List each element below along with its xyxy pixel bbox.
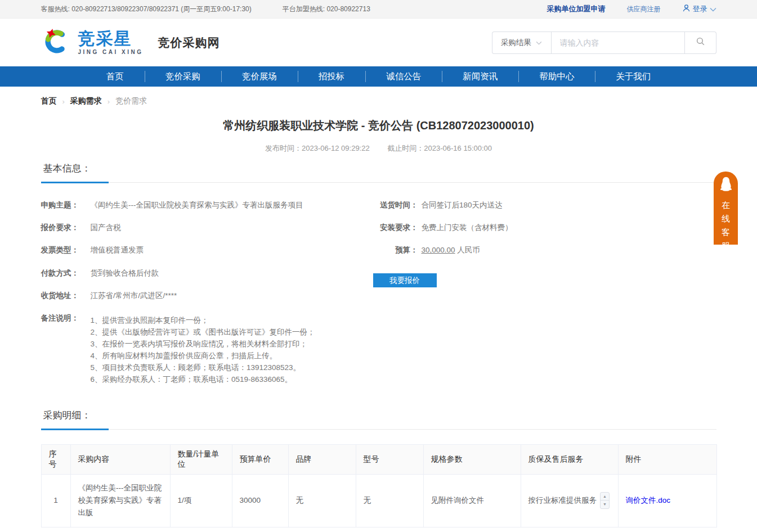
breadcrumb: 首页 › 采购需求 › 竞价需求 bbox=[41, 96, 716, 106]
field-label: 预算： bbox=[373, 246, 418, 254]
table-row: 1 《闳约生美---全国职业院校美育探索与实践》专著出版 1/项 30000 无… bbox=[41, 474, 716, 527]
top-bar: 客服热线: 020-80922713/80922307/80922371 (周一… bbox=[0, 0, 757, 19]
notice-dates: 发布时间：2023-06-12 09:29:22 截止时间：2023-06-16… bbox=[41, 143, 716, 154]
chevron-down-icon bbox=[710, 5, 716, 13]
field-invoice-type: 发票类型： 增值税普通发票 bbox=[41, 246, 373, 254]
logo-cn-text: 竞采星 bbox=[78, 30, 144, 47]
chevron-down-icon bbox=[536, 38, 542, 47]
basic-info-section-header: 基本信息： bbox=[41, 162, 716, 183]
cell-seq: 1 bbox=[41, 474, 70, 527]
online-service-label: 在 线 客 服 bbox=[722, 199, 730, 253]
col-seq: 序号 bbox=[41, 444, 70, 474]
warranty-text: 按行业标准提供服务 bbox=[528, 494, 597, 507]
search-box: 采购结果 bbox=[492, 31, 716, 54]
user-icon bbox=[682, 4, 691, 14]
main-nav: 首页 竞价采购 竞价展场 招投标 诚信公告 新闻资讯 帮助中心 关于我们 bbox=[0, 66, 757, 87]
search-category-select[interactable]: 采购结果 bbox=[492, 31, 551, 54]
breadcrumb-separator-icon: › bbox=[62, 97, 65, 106]
detail-section-header: 采购明细： bbox=[41, 409, 716, 430]
nav-item-help[interactable]: 帮助中心 bbox=[518, 66, 595, 87]
field-value: 免费上门安装（含材料费） bbox=[422, 224, 513, 232]
detail-title: 采购明细： bbox=[43, 410, 91, 421]
col-model: 型号 bbox=[356, 444, 423, 474]
search-input[interactable] bbox=[551, 31, 685, 54]
detail-table: 序号 采购内容 数量/计量单位 预算单价 品牌 型号 规格参数 质保及售后服务 … bbox=[41, 444, 717, 528]
field-label: 发票类型： bbox=[41, 246, 87, 254]
cell-warranty: 按行业标准提供服务 ▲ ▼ bbox=[521, 474, 618, 527]
field-quote-requirement: 报价要求： 国产含税 bbox=[41, 224, 373, 232]
basic-info-title: 基本信息： bbox=[43, 163, 91, 174]
supplier-register-link[interactable]: 供应商注册 bbox=[627, 4, 661, 14]
cell-quantity: 1/项 bbox=[170, 474, 232, 527]
field-install-requirement: 安装要求： 免费上门安装（含材料费） bbox=[373, 224, 716, 232]
field-purchase-subject: 申购主题： 《闳约生美---全国职业院校美育探索与实践》专著出版服务项目 bbox=[41, 201, 373, 209]
breadcrumb-separator-icon: › bbox=[107, 97, 110, 106]
field-value: 增值税普通发票 bbox=[91, 246, 144, 254]
logo-en-text: JING CAI XING bbox=[78, 49, 144, 55]
field-delivery-time: 送货时间： 合同签订后180天内送达 bbox=[373, 201, 716, 209]
col-content: 采购内容 bbox=[70, 444, 170, 474]
budget-currency: 人民币 bbox=[455, 246, 480, 254]
field-value: 《闳约生美---全国职业院校美育探索与实践》专著出版服务项目 bbox=[91, 201, 303, 209]
search-category-value: 采购结果 bbox=[501, 38, 531, 48]
online-service-widget[interactable]: 在 线 客 服 bbox=[714, 172, 738, 245]
site-logo[interactable]: 竞采星 JING CAI XING bbox=[41, 26, 144, 60]
page-title: 常州纺织服装职业技术学院 - 竞价公告 (CB128072023000010) bbox=[41, 118, 716, 133]
field-payment-method: 付款方式： 货到验收合格后付款 bbox=[41, 269, 373, 277]
remark-line: 2、提供《出版物经营许可证》或《图书出版许可证》复印件一份； bbox=[91, 326, 315, 338]
table-header-row: 序号 采购内容 数量/计量单位 预算单价 品牌 型号 规格参数 质保及售后服务 … bbox=[41, 444, 716, 474]
breadcrumb-home[interactable]: 首页 bbox=[41, 96, 57, 106]
nav-item-showroom[interactable]: 竞价展场 bbox=[221, 66, 298, 87]
purchaser-join-link[interactable]: 采购单位加盟申请 bbox=[547, 4, 606, 14]
nav-item-integrity[interactable]: 诚信公告 bbox=[365, 66, 442, 87]
remark-line: 6、采购经办联系人：丁老师；联系电话：0519-86336065。 bbox=[91, 373, 315, 385]
field-label: 付款方式： bbox=[41, 269, 87, 277]
field-label: 收货地址： bbox=[41, 292, 87, 300]
qq-penguin-icon bbox=[718, 176, 734, 196]
col-quantity: 数量/计量单位 bbox=[170, 444, 232, 474]
quote-button[interactable]: 我要报价 bbox=[373, 273, 437, 287]
cell-model: 无 bbox=[356, 474, 423, 527]
field-label: 安装要求： bbox=[373, 224, 418, 232]
col-spec: 规格参数 bbox=[423, 444, 521, 474]
field-label: 备注说明： bbox=[41, 314, 87, 385]
field-value: 合同签订后180天内送达 bbox=[422, 201, 503, 209]
cell-unit-price: 30000 bbox=[232, 474, 288, 527]
field-value: 江苏省/常州市/武进区/**** bbox=[91, 292, 177, 300]
nav-item-news[interactable]: 新闻资讯 bbox=[442, 66, 518, 87]
field-value: 货到验收合格后付款 bbox=[91, 269, 159, 277]
search-icon bbox=[696, 37, 705, 48]
site-header: 竞采星 JING CAI XING 竞价采购网 采购结果 bbox=[0, 19, 757, 66]
remark-line: 1、提供营业执照副本复印件一份； bbox=[91, 314, 315, 326]
remark-line: 4、所有响应材料均加盖报价供应商公章，扫描后上传。 bbox=[91, 350, 315, 362]
nav-item-tender[interactable]: 招投标 bbox=[298, 66, 366, 87]
quantity-stepper[interactable]: ▲ ▼ bbox=[600, 492, 610, 509]
login-link[interactable]: 登录 bbox=[682, 4, 716, 14]
login-label: 登录 bbox=[693, 4, 707, 14]
nav-item-bidding[interactable]: 竞价采购 bbox=[145, 66, 221, 87]
remark-line: 5、项目技术负责联系人：顾老师；联系电话：13912308523。 bbox=[91, 362, 315, 373]
breadcrumb-demand[interactable]: 采购需求 bbox=[70, 96, 102, 106]
stepper-down-icon[interactable]: ▼ bbox=[601, 501, 609, 508]
field-budget: 预算： 30,000.00 人民币 bbox=[373, 246, 716, 254]
attachment-link[interactable]: 询价文件.doc bbox=[626, 496, 671, 504]
search-button[interactable] bbox=[685, 31, 716, 54]
logo-swirl-icon bbox=[41, 26, 73, 60]
site-name: 竞价采购网 bbox=[158, 35, 220, 51]
field-label: 申购主题： bbox=[41, 201, 87, 209]
cell-spec: 见附件询价文件 bbox=[423, 474, 521, 527]
deadline-time: 截止时间：2023-06-16 15:00:00 bbox=[387, 144, 492, 152]
col-attachment: 附件 bbox=[618, 444, 716, 474]
remark-line: 3、在报价一览表内填写报价及响应情况，将相关材料全部打印； bbox=[91, 338, 315, 350]
col-brand: 品牌 bbox=[288, 444, 356, 474]
nav-item-home[interactable]: 首页 bbox=[86, 66, 145, 87]
nav-item-about[interactable]: 关于我们 bbox=[595, 66, 671, 87]
platform-hotline: 平台加盟热线: 020-80922713 bbox=[283, 4, 370, 14]
field-delivery-address: 收货地址： 江苏省/常州市/武进区/**** bbox=[41, 292, 373, 300]
col-warranty: 质保及售后服务 bbox=[521, 444, 618, 474]
breadcrumb-current: 竞价需求 bbox=[115, 96, 147, 106]
service-hotline: 客服热线: 020-80922713/80922307/80922371 (周一… bbox=[41, 4, 252, 14]
budget-amount: 30,000.00 bbox=[422, 246, 455, 254]
cell-content: 《闳约生美---全国职业院校美育探索与实践》专著出版 bbox=[70, 474, 170, 527]
col-unit-price: 预算单价 bbox=[232, 444, 288, 474]
